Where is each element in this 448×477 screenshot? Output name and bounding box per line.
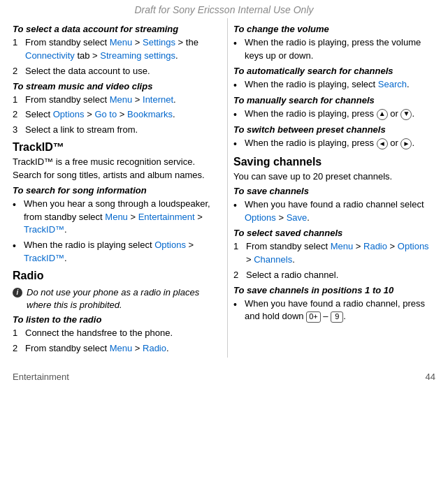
num-2c: 2 xyxy=(13,342,22,355)
num-3b: 3 xyxy=(13,124,22,137)
section-title-listen: To listen to the radio xyxy=(13,314,215,325)
bullet-icon: • xyxy=(233,36,242,63)
saving-channels-desc: You can save up to 20 preset channels. xyxy=(233,170,435,184)
link-trackid2[interactable]: TrackID™ xyxy=(24,253,64,263)
list-item: • When you have found a radio channel, p… xyxy=(233,298,435,324)
list-item: • When the radio is playing, press ▲ or … xyxy=(233,108,435,122)
link-settings[interactable]: Settings xyxy=(143,37,175,47)
link-radio1[interactable]: Radio xyxy=(143,343,166,353)
section-title-switch-channels: To switch between preset channels xyxy=(233,124,435,135)
section-title-save-channels: To save channels xyxy=(233,186,435,196)
list-item: • When the radio is playing, press the v… xyxy=(233,36,435,63)
list-item: 2 Select a radio channel. xyxy=(233,269,435,282)
link-save[interactable]: Save xyxy=(287,212,308,223)
saving-channels-heading: Saving channels xyxy=(233,156,435,168)
nav-right-btn[interactable]: ► xyxy=(400,138,412,149)
link-entertainment1[interactable]: Entertainment xyxy=(138,212,195,222)
link-channels[interactable]: Channels xyxy=(254,254,292,265)
trackid-heading: TrackID™ xyxy=(13,141,215,154)
link-search[interactable]: Search xyxy=(378,79,407,89)
bullet-icon: • xyxy=(233,137,242,151)
link-trackid1[interactable]: TrackID™ xyxy=(24,224,64,235)
section-title-song-info: To search for song information xyxy=(13,185,215,196)
link-menu2[interactable]: Menu xyxy=(110,94,133,105)
section-title-stream-music: To stream music and video clips xyxy=(13,81,215,91)
draft-banner: Draft for Sony Ericsson Internal Use Onl… xyxy=(0,0,448,18)
section-title-volume: To change the volume xyxy=(233,24,435,34)
nav-down-btn[interactable]: ▼ xyxy=(400,109,412,120)
link-menu[interactable]: Menu xyxy=(110,37,133,47)
list-item: • When the radio is playing, press ◄ or … xyxy=(233,137,435,151)
footer-page: 44 xyxy=(426,372,435,382)
link-options1[interactable]: Options xyxy=(53,109,85,119)
list-item: 1 From standby select Menu > Settings > … xyxy=(13,36,215,63)
link-streaming-settings[interactable]: Streaming settings xyxy=(100,50,175,61)
link-internet[interactable]: Internet xyxy=(143,94,173,105)
section-title-manual-search: To manually search for channels xyxy=(233,95,435,105)
list-item: • When you have found a radio channel se… xyxy=(233,198,435,225)
list-item: 2 Select the data account to use. xyxy=(13,65,215,78)
num-1b: 1 xyxy=(13,94,22,107)
left-column: To select a data account for streaming 1… xyxy=(13,18,220,358)
trackid-desc: TrackID™ is a free music recognition ser… xyxy=(13,156,215,182)
section-title-positions: To save channels in positions 1 to 10 xyxy=(233,285,435,295)
bullet-icon: • xyxy=(233,78,242,92)
num-2b: 2 xyxy=(13,108,22,122)
link-goto[interactable]: Go to xyxy=(94,109,117,119)
num-1: 1 xyxy=(13,36,22,63)
link-menu3[interactable]: Menu xyxy=(105,212,128,222)
num-2: 2 xyxy=(13,65,22,78)
num-1c: 1 xyxy=(13,327,22,340)
link-menu4[interactable]: Menu xyxy=(110,343,133,353)
section-title-auto-search: To automatically search for channels xyxy=(233,66,435,76)
list-item: 3 Select a link to stream from. xyxy=(13,124,215,137)
radio-heading: Radio xyxy=(13,270,215,282)
list-item: • When the radio is playing select Optio… xyxy=(13,239,215,265)
list-item: 1 From standby select Menu > Radio > Opt… xyxy=(233,240,435,267)
section-title-streaming: To select a data account for streaming xyxy=(13,24,215,34)
key-9: 9 xyxy=(331,311,343,323)
list-item: 2 From standby select Menu > Radio. xyxy=(13,342,215,355)
link-options2[interactable]: Options xyxy=(154,240,186,250)
note-block: i Do not use your phone as a radio in pl… xyxy=(13,286,215,311)
link-menu5[interactable]: Menu xyxy=(331,241,354,251)
link-options4[interactable]: Options xyxy=(398,241,429,251)
list-item: 1 Connect the handsfree to the phone. xyxy=(13,327,215,340)
bullet-icon: • xyxy=(13,239,21,265)
nav-left-btn[interactable]: ◄ xyxy=(377,138,388,149)
list-item: 2 Select Options > Go to > Bookmarks. xyxy=(13,108,215,122)
link-radio2[interactable]: Radio xyxy=(363,241,387,251)
nav-up-btn[interactable]: ▲ xyxy=(377,109,388,120)
link-options3[interactable]: Options xyxy=(245,212,276,223)
footer-section: Entertainment xyxy=(13,372,69,382)
footer: Entertainment 44 xyxy=(0,367,448,385)
section-title-select-saved: To select saved channels xyxy=(233,228,435,238)
link-connectivity[interactable]: Connectivity xyxy=(25,50,75,61)
list-item: • When you hear a song through a loudspe… xyxy=(13,198,215,237)
bullet-icon: • xyxy=(233,198,242,225)
bullet-icon: • xyxy=(13,198,21,237)
right-column: To change the volume • When the radio is… xyxy=(227,18,435,358)
num-2d: 2 xyxy=(233,269,243,282)
list-item: • When the radio is playing, select Sear… xyxy=(233,78,435,92)
bullet-icon: • xyxy=(233,298,242,324)
note-text: Do not use your phone as a radio in plac… xyxy=(27,286,215,311)
key-0plus: 0+ xyxy=(306,311,321,323)
bullet-icon: • xyxy=(233,108,242,122)
note-icon: i xyxy=(13,288,22,298)
num-1d: 1 xyxy=(233,240,243,267)
list-item: 1 From standby select Menu > Internet. xyxy=(13,94,215,107)
link-bookmarks[interactable]: Bookmarks xyxy=(127,109,173,119)
